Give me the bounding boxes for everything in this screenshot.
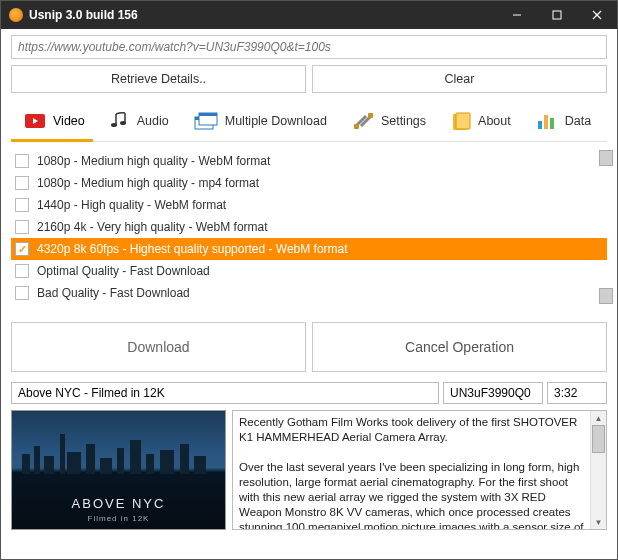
app-icon: [9, 8, 23, 22]
svg-rect-20: [550, 118, 554, 129]
about-icon: [450, 111, 472, 131]
tab-data[interactable]: Data: [523, 105, 603, 141]
svg-rect-15: [368, 113, 373, 118]
svg-rect-14: [354, 124, 359, 129]
scroll-thumb[interactable]: [592, 425, 605, 453]
tab-audio[interactable]: Audio: [97, 105, 181, 141]
svg-rect-11: [199, 113, 217, 116]
tab-label: About: [478, 114, 511, 128]
video-title-field[interactable]: [11, 382, 439, 404]
quality-item[interactable]: 1440p - High quality - WebM format: [11, 194, 607, 216]
tab-video[interactable]: Video: [11, 105, 97, 141]
svg-rect-17: [456, 113, 470, 129]
download-button[interactable]: Download: [11, 322, 306, 372]
skyline-graphic: [12, 434, 225, 474]
video-thumbnail: ABOVE NYC Filmed in 12K: [11, 410, 226, 530]
thumbnail-title: ABOVE NYC: [12, 496, 225, 511]
svg-rect-18: [538, 121, 542, 129]
close-button[interactable]: [577, 1, 617, 29]
tab-label: Multiple Download: [225, 114, 327, 128]
clear-button[interactable]: Clear: [312, 65, 607, 93]
quality-checkbox[interactable]: [15, 264, 29, 278]
retrieve-button[interactable]: Retrieve Details..: [11, 65, 306, 93]
quality-item[interactable]: Optimal Quality - Fast Download: [11, 260, 607, 282]
tab-label: Audio: [137, 114, 169, 128]
quality-checkbox[interactable]: [15, 286, 29, 300]
description-text[interactable]: Recently Gotham Film Works took delivery…: [233, 411, 590, 529]
description-scrollbar[interactable]: ▲ ▼: [590, 411, 606, 529]
data-icon: [535, 111, 559, 131]
quality-item[interactable]: 1080p - Medium high quality - mp4 format: [11, 172, 607, 194]
svg-rect-19: [544, 115, 548, 129]
url-input[interactable]: [11, 35, 607, 59]
audio-icon: [109, 111, 131, 131]
cancel-button[interactable]: Cancel Operation: [312, 322, 607, 372]
tab-label: Settings: [381, 114, 426, 128]
quality-label: 4320p 8k 60fps - Highest quality support…: [37, 242, 348, 256]
svg-point-7: [120, 121, 126, 125]
svg-point-6: [111, 123, 117, 127]
maximize-button[interactable]: [537, 1, 577, 29]
quality-checkbox[interactable]: [15, 176, 29, 190]
quality-list: 1080p - Medium high quality - WebM forma…: [11, 150, 607, 304]
quality-item[interactable]: 2160p 4k - Very high quality - WebM form…: [11, 216, 607, 238]
tab-multiple[interactable]: Multiple Download: [181, 105, 339, 141]
video-id-field[interactable]: [443, 382, 543, 404]
quality-checkbox[interactable]: [15, 154, 29, 168]
svg-rect-1: [553, 11, 561, 19]
tab-label: Video: [53, 114, 85, 128]
thumbnail-subtitle: Filmed in 12K: [12, 514, 225, 523]
quality-label: Optimal Quality - Fast Download: [37, 264, 210, 278]
tab-label: Data: [565, 114, 591, 128]
scroll-down-arrow[interactable]: ▼: [591, 515, 606, 529]
quality-label: 1080p - Medium high quality - mp4 format: [37, 176, 259, 190]
quality-label: 1440p - High quality - WebM format: [37, 198, 226, 212]
quality-label: 2160p 4k - Very high quality - WebM form…: [37, 220, 268, 234]
scroll-down-button[interactable]: [599, 288, 613, 304]
title-bar: Usnip 3.0 build 156: [1, 1, 617, 29]
nav-tabs: Video Audio Multiple Download Settings A…: [11, 105, 607, 142]
tab-settings[interactable]: Settings: [339, 105, 438, 141]
scroll-up-arrow[interactable]: ▲: [591, 411, 606, 425]
quality-item[interactable]: Bad Quality - Fast Download: [11, 282, 607, 304]
quality-item[interactable]: 4320p 8k 60fps - Highest quality support…: [11, 238, 607, 260]
settings-icon: [351, 111, 375, 131]
scroll-up-button[interactable]: [599, 150, 613, 166]
video-icon: [23, 111, 47, 131]
minimize-button[interactable]: [497, 1, 537, 29]
quality-label: 1080p - Medium high quality - WebM forma…: [37, 154, 270, 168]
description-box: Recently Gotham Film Works took delivery…: [232, 410, 607, 530]
tab-about[interactable]: About: [438, 105, 523, 141]
quality-label: Bad Quality - Fast Download: [37, 286, 190, 300]
multi-icon: [193, 111, 219, 131]
video-duration-field[interactable]: [547, 382, 607, 404]
quality-checkbox[interactable]: [15, 242, 29, 256]
quality-checkbox[interactable]: [15, 198, 29, 212]
quality-item[interactable]: 1080p - Medium high quality - WebM forma…: [11, 150, 607, 172]
quality-checkbox[interactable]: [15, 220, 29, 234]
window-title: Usnip 3.0 build 156: [29, 8, 497, 22]
